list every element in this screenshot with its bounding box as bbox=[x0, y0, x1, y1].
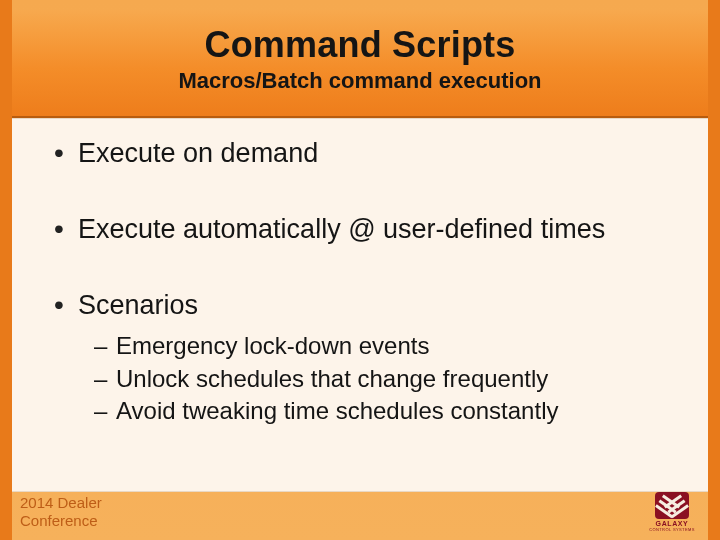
galaxy-logo-icon bbox=[655, 492, 689, 519]
galaxy-logo-subtext: CONTROL SYSTEMS bbox=[649, 527, 695, 532]
sub-bullet-text: Avoid tweaking time schedules constantly bbox=[116, 397, 558, 424]
bullet-item: Scenarios Emergency lock-down events Unl… bbox=[54, 289, 678, 428]
footer-text: 2014 Dealer Conference bbox=[20, 494, 102, 530]
bullet-item: Execute on demand bbox=[54, 137, 678, 171]
sub-bullet-item: Unlock schedules that change frequently bbox=[94, 363, 678, 395]
sub-bullet-item: Emergency lock-down events bbox=[94, 330, 678, 362]
content-area: Execute on demand Execute automatically … bbox=[12, 118, 708, 492]
bullet-item: Execute automatically @ user-defined tim… bbox=[54, 213, 678, 247]
slide-title: Command Scripts bbox=[12, 24, 708, 66]
bullet-list: Execute on demand Execute automatically … bbox=[54, 137, 678, 427]
bullet-text: Execute automatically @ user-defined tim… bbox=[78, 214, 605, 244]
slide: Command Scripts Macros/Batch command exe… bbox=[0, 0, 720, 540]
footer-line-1: 2014 Dealer bbox=[20, 494, 102, 512]
sub-bullet-item: Avoid tweaking time schedules constantly bbox=[94, 395, 678, 427]
bullet-text: Scenarios bbox=[78, 290, 198, 320]
galaxy-logo-text: GALAXY bbox=[656, 520, 689, 527]
title-block: Command Scripts Macros/Batch command exe… bbox=[12, 10, 708, 118]
sub-bullet-list: Emergency lock-down events Unlock schedu… bbox=[94, 330, 678, 427]
footer-line-2: Conference bbox=[20, 512, 102, 530]
sub-bullet-text: Emergency lock-down events bbox=[116, 332, 429, 359]
bullet-text: Execute on demand bbox=[78, 138, 318, 168]
sub-bullet-text: Unlock schedules that change frequently bbox=[116, 365, 548, 392]
slide-subtitle: Macros/Batch command execution bbox=[12, 68, 708, 94]
galaxy-logo: GALAXY CONTROL SYSTEMS bbox=[644, 492, 700, 532]
